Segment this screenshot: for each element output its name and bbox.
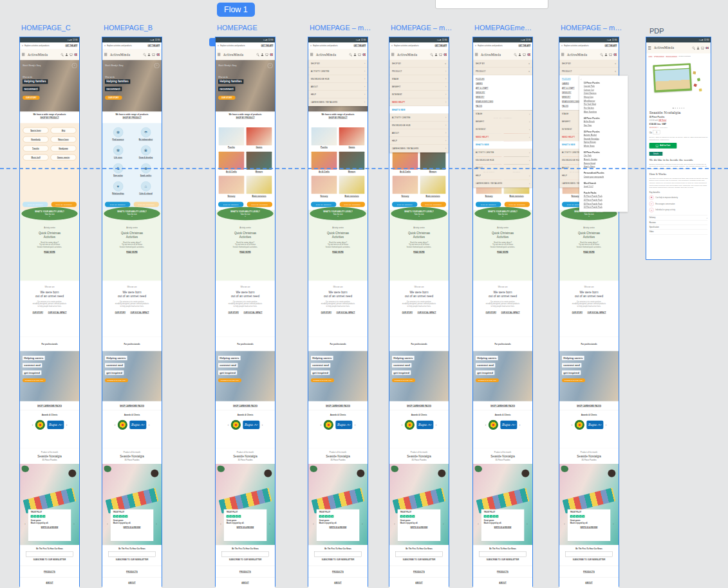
menu-item-knowledge-hub[interactable]: KNOWLEDGE HUB›: [473, 156, 532, 164]
shop-carehome-packs-link[interactable]: SHOP CAREHOME PACKS: [490, 405, 515, 407]
interest-pill-handyman[interactable]: Handyman: [51, 145, 77, 151]
menu-item-shop-by[interactable]: SHOP BY∨: [389, 60, 449, 68]
play-icon[interactable]: ›: [72, 63, 77, 68]
brand-logo[interactable]: ActiveMinds: [28, 53, 48, 56]
benefit-item[interactable]: ✾Life story: [106, 145, 131, 159]
flyout-link-level-1-2[interactable]: Level 1 & 2: [584, 185, 626, 188]
social-impact-link[interactable]: OUR SOCIAL IMPACT: [501, 311, 519, 313]
benefit-item[interactable]: ❋Find purpose: [106, 127, 131, 141]
shop-carehome-packs-link[interactable]: SHOP CAREHOME PACKS: [326, 405, 350, 407]
benefit-item[interactable]: ☻Spark smiles: [133, 163, 159, 177]
flyout-link-create-your-own-puzzle[interactable]: Create your own puzzle: [584, 175, 626, 179]
frame-label-homepage-m[interactable]: HOMEPAGE – m…: [391, 24, 452, 32]
brand-logo[interactable]: ActiveMinds: [397, 53, 417, 56]
menu-item-knowledge-hub[interactable]: KNOWLEDGE HUB›: [389, 122, 449, 129]
frame-label-homepage-c[interactable]: HOMEPAGE_C: [21, 24, 71, 32]
shop-by-benefit-button[interactable]: SHOP BY BENEFIT: [105, 202, 130, 207]
carousel-left-icon[interactable]: ‹: [321, 423, 322, 427]
menu-item-shop-by[interactable]: SHOP BY∨: [473, 60, 532, 68]
language-flag-icon[interactable]: [706, 47, 709, 49]
cart-icon[interactable]: [358, 53, 360, 56]
footer-link[interactable]: PRODUCTS: [583, 571, 595, 573]
product-tile[interactable]: Puzzles: [312, 127, 337, 149]
frame-label-homepage[interactable]: HOMEPAGE: [217, 24, 257, 32]
flow-badge[interactable]: Flow 1: [217, 3, 255, 17]
account-icon[interactable]: [697, 46, 700, 49]
language-flag-icon[interactable]: [444, 53, 447, 55]
download-app-button[interactable]: DOWNLOAD THE APP: [105, 378, 128, 382]
social-impact-link[interactable]: OUR SOCIAL IMPACT: [48, 311, 66, 313]
language-flag-icon[interactable]: [157, 53, 160, 55]
search-icon[interactable]: [431, 53, 433, 56]
product-tile[interactable]: Memory: [420, 152, 446, 173]
ability-test-banner[interactable]: WHAT'S YOUR ABILITY LEVEL?Take the test∨: [217, 207, 273, 221]
cart-icon[interactable]: [701, 47, 704, 50]
our-story-button[interactable]: OUR STORY: [23, 96, 40, 100]
submenu-item-packs[interactable]: PACKS: [476, 104, 532, 109]
newsletter-input[interactable]: [109, 551, 156, 556]
hamburger-icon[interactable]: [22, 53, 24, 56]
our-story-link[interactable]: OUR STORY: [115, 311, 126, 313]
review-prev-icon[interactable]: ‹: [564, 522, 565, 526]
search-icon[interactable]: [350, 53, 352, 56]
read-more-link[interactable]: READ MORE: [216, 252, 275, 253]
menu-item-shop-by[interactable]: SHOP BY∨: [559, 60, 619, 68]
flyout-link-13-piece-puzzle-pack[interactable]: 13 Piece Puzzle Pack: [584, 206, 626, 210]
hamburger-icon[interactable]: [391, 53, 394, 56]
shop-by-product-link[interactable]: SHOP BY PRODUCT: [308, 117, 368, 119]
account-icon[interactable]: [605, 53, 608, 56]
write-review-link[interactable]: WRITE US A REVIEW: [483, 526, 523, 528]
carousel-right-icon[interactable]: ›: [66, 423, 68, 427]
footer-link[interactable]: ABOUT: [128, 582, 135, 584]
shop-carehome-packs-link[interactable]: SHOP CAREHOME PACKS: [577, 405, 601, 407]
shop-by-interest-button[interactable]: SHOP BY INTEREST: [340, 202, 365, 207]
footer-link[interactable]: ABOUT: [499, 582, 506, 584]
interest-pill-sports-lover[interactable]: Sports lover: [23, 127, 49, 133]
menu-item-stage[interactable]: STAGE›: [473, 110, 532, 118]
social-impact-link[interactable]: OUR SOCIAL IMPACT: [417, 311, 436, 313]
play-icon[interactable]: ›: [154, 63, 160, 68]
carousel-left-icon[interactable]: ‹: [402, 423, 403, 427]
close-icon[interactable]: ✕: [561, 44, 563, 46]
vat-relief-link[interactable]: VAT Relief: [658, 120, 666, 122]
account-icon[interactable]: [148, 53, 151, 56]
shop-by-interest-button[interactable]: SHOP BY INTEREST: [505, 202, 530, 207]
cart-icon[interactable]: [152, 53, 154, 56]
get-the-app-link[interactable]: GET THE APP: [261, 44, 274, 46]
frame-homepage-m[interactable]: ▾▲▮12:30✕Explore activities and products…: [559, 37, 619, 587]
benefit-item[interactable]: ☂Be independent: [133, 127, 159, 141]
add-to-cart-button[interactable]: Add to Cart: [649, 143, 677, 149]
footer-link[interactable]: PRODUCTS: [239, 571, 251, 573]
carousel-right-icon[interactable]: ›: [519, 423, 521, 427]
write-review-link[interactable]: WRITE US A REVIEW: [399, 526, 440, 528]
menu-item-product[interactable]: PRODUCT∨: [559, 68, 619, 75]
reviews-count[interactable]: 5 Reviews: [660, 127, 667, 129]
shop-by-benefit-button[interactable]: SHOP BY BENEFIT: [392, 202, 417, 207]
frame-homepage-c[interactable]: ▾▲▮12:30✕Explore activities and products…: [19, 37, 80, 587]
review-prev-icon[interactable]: ‹: [220, 522, 221, 526]
social-impact-link[interactable]: OUR SOCIAL IMPACT: [243, 311, 262, 313]
breadcrumb-home[interactable]: Home: [648, 55, 652, 57]
download-app-button[interactable]: DOWNLOAD THE APP: [476, 378, 499, 382]
breadcrumb-jigsaw-puzzles[interactable]: Jigsaw Puzzles: [654, 55, 664, 57]
footer-link[interactable]: PRODUCTS: [44, 571, 55, 573]
close-icon[interactable]: ✕: [391, 44, 393, 46]
get-the-app-link[interactable]: GET THE APP: [605, 44, 617, 46]
shop-by-product-link[interactable]: SHOP BY PRODUCT: [20, 117, 79, 119]
review-next-icon[interactable]: ›: [156, 522, 156, 526]
cart-icon[interactable]: [265, 53, 268, 56]
review-prev-icon[interactable]: ‹: [24, 522, 25, 526]
carousel-left-icon[interactable]: ‹: [572, 423, 573, 427]
interest-pill-music-buff[interactable]: Music buff: [23, 154, 49, 160]
hamburger-icon[interactable]: [475, 53, 478, 56]
menu-item-help[interactable]: HELP›: [389, 137, 449, 145]
flyout-link-winter-snow[interactable]: Winter Snow: [584, 144, 626, 148]
subscribe-button[interactable]: SUBSCRIBE TO OUR NEWSLETTER: [308, 558, 368, 560]
read-more-link[interactable]: READ MORE: [102, 252, 162, 253]
menu-item-interest[interactable]: INTEREST›: [389, 91, 449, 98]
newsletter-input[interactable]: [222, 551, 269, 556]
shop-carehome-packs-link[interactable]: SHOP CAREHOME PACKS: [37, 405, 62, 407]
menu-item-knowledge-hub[interactable]: KNOWLEDGE HUB›: [308, 75, 368, 83]
review-prev-icon[interactable]: ‹: [394, 522, 395, 526]
review-prev-icon[interactable]: ‹: [313, 522, 313, 526]
